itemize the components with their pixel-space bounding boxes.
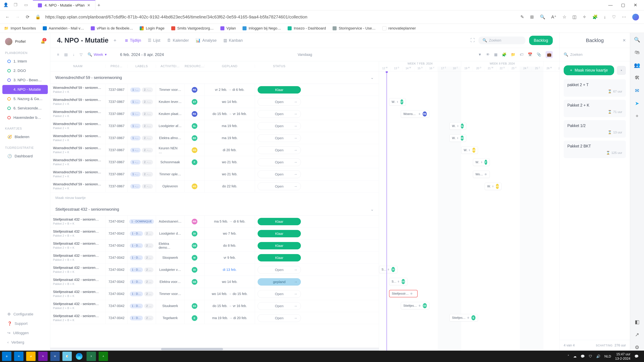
group-header[interactable]: Woensdrechthof 59 - seniorenwoning⌄ <box>50 71 379 84</box>
timeline-row[interactable]: Wo…BE <box>379 132 560 144</box>
timeline-row[interactable]: Sti…GE <box>379 276 560 288</box>
label-pill[interactable]: 1 - D… <box>130 255 143 260</box>
resource-avatar[interactable]: HS <box>496 184 499 189</box>
col-naam[interactable]: NAAM <box>50 64 106 68</box>
downloads-icon[interactable]: ↓ <box>604 14 606 19</box>
apps-icon[interactable]: ⊞ <box>530 14 534 19</box>
status-open[interactable]: Open→ <box>258 266 301 274</box>
resource-avatar[interactable]: GE <box>402 279 405 284</box>
timeline-row[interactable]: Woensdre…RE <box>379 108 560 120</box>
label-pill[interactable]: 1 - D… <box>130 231 143 236</box>
close-tab-icon[interactable]: ✕ <box>87 3 90 7</box>
resource-avatar[interactable]: F <box>192 159 198 165</box>
status-open[interactable]: Open→ <box>258 183 301 190</box>
label-pill[interactable]: 1 - D… <box>130 316 143 321</box>
resource-avatar[interactable]: GE <box>192 279 198 285</box>
card-row[interactable]: Stieltjesstraat 432 - senioren…Pakket 2 … <box>50 312 379 324</box>
forward-button[interactable]: → <box>15 14 20 19</box>
resource-avatar[interactable]: ST <box>192 99 198 105</box>
sidebar-item-dashboard[interactable]: 🕑Dashboard <box>2 152 48 161</box>
settings-icon[interactable]: ⚙ <box>634 344 640 351</box>
board-search[interactable]: 🔍Zoeken <box>478 36 526 44</box>
bookmark-item[interactable]: Storingservice - Use… <box>332 26 376 30</box>
excel-app[interactable]: X <box>86 352 96 361</box>
status-klaar[interactable]: Klaar <box>258 254 301 261</box>
card-row[interactable]: Stieltjesstraat 432 - senioren…Pakket 2 … <box>50 276 379 288</box>
resource-avatar[interactable]: SL <box>192 123 198 129</box>
outlook-app[interactable]: ✉ <box>14 352 24 361</box>
resource-avatar[interactable]: BE <box>460 136 464 141</box>
status-open[interactable]: Open→ <box>258 314 301 322</box>
notes-app[interactable]: 📝 <box>62 352 72 361</box>
label-pill[interactable]: 2. -… <box>142 99 153 104</box>
split-icon[interactable]: ◫ <box>572 14 576 19</box>
card-row[interactable]: Woensdrechthof 59 - senioren…Pakket 2 + … <box>50 156 379 168</box>
today-button[interactable]: Vandaag <box>298 52 312 57</box>
timeline-row[interactable]: Sti…DI <box>379 264 560 276</box>
timeline-row[interactable] <box>379 84 560 96</box>
card-row[interactable]: Woensdrechthof 59 - senioren…Pakket 2 + … <box>50 84 379 96</box>
view-tijdlijn[interactable]: ≣Tijdlijn <box>125 38 141 43</box>
read-aloud-icon[interactable]: A⁺ <box>551 14 556 19</box>
status-open[interactable]: Open→ <box>258 134 301 142</box>
close-backlog-button[interactable]: ✕ <box>622 38 626 43</box>
status-open[interactable]: Open→ <box>258 290 301 298</box>
timeline-row[interactable]: Stieltjesstr… <box>379 288 560 300</box>
bookmark-item[interactable]: Login Page <box>140 26 164 30</box>
bookmark-item[interactable]: Aanmelden - Mail v… <box>43 26 84 30</box>
backlog-filter-button[interactable]: ▼ <box>617 66 626 75</box>
label-pill[interactable]: 1 - D… <box>130 268 143 272</box>
performance-icon[interactable]: ♡ <box>612 14 616 19</box>
timeline-row[interactable]: Wo…HS <box>379 144 560 156</box>
label-pill[interactable]: 1 - D… <box>130 304 143 308</box>
tray-volume[interactable]: 🔊 <box>596 354 600 358</box>
label-pill[interactable]: 1 - DOMINIQUE <box>129 219 154 224</box>
taskbar-clock[interactable]: 15:47 uur 13-2-2024 <box>615 352 630 361</box>
refresh-button[interactable]: ⟳ <box>25 14 30 19</box>
calendar-icon[interactable]: 📅 <box>528 52 532 57</box>
bookmark-item[interactable]: Vplan <box>220 26 236 30</box>
label-pill[interactable]: 1 -… <box>130 124 140 128</box>
status-open[interactable]: Open→ <box>258 122 301 130</box>
label-pill[interactable]: 1 -… <box>130 160 140 165</box>
label-pill[interactable]: 2. -… <box>142 148 153 152</box>
search-icon[interactable]: 🔍 <box>634 36 640 43</box>
start-button[interactable]: ⊞ <box>2 352 12 361</box>
label-pill[interactable]: 1 - D… <box>130 280 143 284</box>
card-row[interactable]: Stieltjesstraat 432 - senioren…Pakket 2 … <box>50 228 379 240</box>
backlog-button[interactable]: Backlog <box>529 36 553 45</box>
timeline-row[interactable]: Wo…ST <box>379 96 560 108</box>
col-res[interactable]: RESOURC… <box>184 64 204 68</box>
sidebar-item-bladeren[interactable]: 🧭Bladeren <box>2 132 48 141</box>
back-button[interactable]: ← <box>5 14 10 19</box>
notifications-button[interactable]: 🔔0 <box>40 39 45 44</box>
timeline-card[interactable]: Wo… <box>473 171 490 178</box>
menu-icon[interactable]: ⋯ <box>622 14 626 19</box>
tray-security[interactable]: 🛡 <box>589 355 592 358</box>
card-row[interactable]: Stieltjesstraat 432 - senioren…Pakket 2 … <box>50 264 379 276</box>
label-pill[interactable]: 2. -… <box>142 112 153 116</box>
label-pill[interactable]: 1 -… <box>130 99 140 104</box>
view-lijst[interactable]: ☰Lijst <box>148 38 160 43</box>
new-card-link[interactable]: Maak nieuw kaartje <box>50 192 379 203</box>
status-open[interactable]: Open→ <box>258 302 301 310</box>
bookmark-item[interactable]: renovatieplanner <box>382 26 416 30</box>
backlog-search[interactable]: 🔍Zoeken <box>564 52 626 57</box>
label-pill[interactable]: 2 … <box>144 304 154 308</box>
tray-expand[interactable]: ˄ <box>568 354 569 358</box>
card-row[interactable]: Stieltjesstraat 432 - senioren…Pakket 2 … <box>50 300 379 312</box>
label-pill[interactable]: 2 … <box>144 243 154 248</box>
label-pill[interactable]: 2 … <box>144 292 154 296</box>
sidebar-board-item[interactable]: 2. DGO <box>2 66 48 75</box>
label-pill[interactable]: 1 -… <box>130 148 140 152</box>
sidebar-board-item[interactable]: 1. Intern <box>2 57 48 66</box>
status-klaar[interactable]: Klaar <box>258 86 301 93</box>
horizontal-scrollbar[interactable] <box>50 348 379 351</box>
label-pill[interactable]: 1 -… <box>130 112 140 116</box>
col-labels[interactable]: LABELS <box>128 64 156 68</box>
resource-avatar[interactable]: E <box>192 315 198 321</box>
col-status[interactable]: STATUS <box>255 64 304 68</box>
copilot-icon[interactable] <box>632 14 639 20</box>
label-pill[interactable]: 2 … <box>144 268 154 272</box>
card-row[interactable]: Woensdrechthof 59 - senioren…Pakket 2 + … <box>50 96 379 108</box>
